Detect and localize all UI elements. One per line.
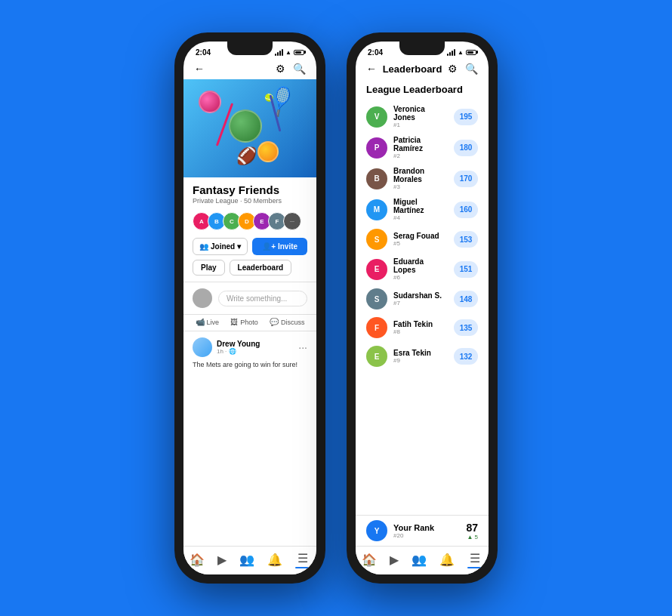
home-icon-2: 🏠 xyxy=(362,553,377,567)
post-options[interactable]: ··· xyxy=(298,341,307,353)
your-rank-score: 87 xyxy=(466,522,478,534)
avatar-more: ··· xyxy=(283,212,301,230)
hero-image: 🎾 🏈 xyxy=(183,79,316,177)
group-name: Fantasy Friends xyxy=(193,183,307,196)
write-input[interactable]: Write something... xyxy=(218,291,307,306)
leaderboard-list: V Veronica Jones #1 195 P Patricia Ramír… xyxy=(356,101,489,515)
league-title: League Leaderboard xyxy=(356,79,489,101)
your-rank-avatar: Y xyxy=(366,520,387,541)
lb-name-4: Miguel Martínez xyxy=(393,198,448,214)
back-icon-2[interactable]: ← xyxy=(366,63,377,75)
nav-icons-2: ⚙ 🔍 xyxy=(448,63,478,75)
nav-menu-2[interactable]: ☰ xyxy=(467,551,482,568)
nav-bell-2[interactable]: 🔔 xyxy=(439,553,455,567)
play-button[interactable]: Play xyxy=(193,260,225,276)
lb-rank-4: #4 xyxy=(393,214,448,221)
nav-menu-1[interactable]: ☰ xyxy=(295,551,310,568)
live-icon: 📹 xyxy=(196,318,205,326)
lb-info-5: Serag Fouad #5 xyxy=(393,232,448,247)
bottom-nav-2: 🏠 ▶ 👥 🔔 ☰ xyxy=(356,546,489,574)
lb-info-1: Veronica Jones #1 xyxy=(393,105,448,128)
time-1: 2:04 xyxy=(196,48,211,57)
status-icons-1: ▲ xyxy=(275,49,304,56)
discuss-button[interactable]: 💬 Discuss xyxy=(270,318,305,326)
nav-video-2[interactable]: ▶ xyxy=(390,553,399,567)
lb-rank-5: #5 xyxy=(393,240,448,247)
lb-info-9: Esra Tekin #9 xyxy=(393,349,448,364)
lb-avatar-9: E xyxy=(366,346,387,367)
lb-score-5: 153 xyxy=(454,231,478,248)
lb-avatar-2: P xyxy=(366,137,387,159)
nav-groups-2[interactable]: 👥 xyxy=(412,553,427,567)
lb-score-8: 135 xyxy=(454,319,478,336)
post-user-info: Drew Young 1h · 🌐 xyxy=(217,340,260,355)
signal-icon-2 xyxy=(447,49,455,56)
bell-icon-1: 🔔 xyxy=(267,553,282,567)
sport-ball-pink xyxy=(199,91,221,113)
lb-name-7: Sudarshan S. xyxy=(393,291,448,300)
lb-row-7: S Sudarshan S. #7 148 xyxy=(356,285,489,313)
bottom-nav-1: 🏠 ▶ 👥 🔔 ☰ xyxy=(183,546,316,574)
settings-icon-1[interactable]: ⚙ xyxy=(276,63,285,75)
post-time: 1h · 🌐 xyxy=(217,348,260,355)
lb-name-6: Eduarda Lopes xyxy=(393,257,448,274)
post-user: Drew Young 1h · 🌐 xyxy=(193,337,260,357)
notch xyxy=(227,42,273,55)
divider-2 xyxy=(183,314,316,315)
groups-icon-2: 👥 xyxy=(412,553,427,567)
joined-button[interactable]: 👥 Joined ▾ xyxy=(193,238,248,255)
nav-video-1[interactable]: ▶ xyxy=(217,553,227,567)
nav-bell-1[interactable]: 🔔 xyxy=(267,553,282,567)
your-rank-change: ▲ 5 xyxy=(466,534,478,541)
nav-title-2: Leaderboard xyxy=(383,63,442,75)
invite-button[interactable]: 👤+ Invite xyxy=(252,238,307,255)
lb-row-3: B Brandon Morales #3 170 xyxy=(356,163,489,194)
divider-3 xyxy=(183,331,316,331)
battery-icon-2 xyxy=(466,50,476,55)
post-text: The Mets are going to win for sure! xyxy=(193,360,307,370)
search-icon-2[interactable]: 🔍 xyxy=(465,63,478,75)
write-area: Write something... xyxy=(183,284,316,313)
lb-row-8: F Fatih Tekin #8 135 xyxy=(356,313,489,342)
lb-rank-3: #3 xyxy=(393,183,448,190)
screen-content-1: 🎾 🏈 Fantasy Friends Private League · 50 … xyxy=(183,79,316,546)
home-icon-1: 🏠 xyxy=(190,553,205,567)
video-icon-1: ▶ xyxy=(217,553,227,567)
nav-bar-2: ← Leaderboard ⚙ 🔍 xyxy=(356,60,489,79)
nav-home-2[interactable]: 🏠 xyxy=(362,553,377,567)
nav-home-1[interactable]: 🏠 xyxy=(190,553,205,567)
settings-icon-2[interactable]: ⚙ xyxy=(448,63,458,75)
post-1: Drew Young 1h · 🌐 ··· The Mets are going… xyxy=(183,333,316,374)
invite-icon: 👤+ xyxy=(262,242,276,251)
sport-ball-green xyxy=(229,109,262,143)
tennis-racket: 🎾 xyxy=(262,81,302,119)
lb-info-4: Miguel Martínez #4 xyxy=(393,198,448,221)
back-icon-1[interactable]: ← xyxy=(194,63,205,75)
lb-name-3: Brandon Morales xyxy=(393,167,448,183)
your-rank-label: Your Rank xyxy=(393,523,460,532)
divider-1 xyxy=(183,282,316,282)
media-buttons: 📹 Live 🖼 Photo 💬 Discuss xyxy=(183,316,316,329)
search-icon-1[interactable]: 🔍 xyxy=(293,63,306,75)
lb-score-2: 180 xyxy=(454,140,478,156)
photo-button[interactable]: 🖼 Photo xyxy=(230,318,258,326)
lb-rank-9: #9 xyxy=(393,357,448,364)
discuss-label: Discuss xyxy=(281,319,305,326)
hero-sports-graphic: 🎾 🏈 xyxy=(183,79,316,177)
lb-name-9: Esra Tekin xyxy=(393,349,448,357)
video-icon-2: ▶ xyxy=(390,553,399,567)
lb-avatar-6: E xyxy=(366,259,387,280)
lb-info-8: Fatih Tekin #8 xyxy=(393,320,448,335)
lb-score-4: 160 xyxy=(454,202,478,218)
lb-rank-6: #6 xyxy=(393,274,448,281)
nav-groups-1[interactable]: 👥 xyxy=(239,553,254,567)
lb-avatar-7: S xyxy=(366,288,387,310)
leaderboard-button[interactable]: Leaderboard xyxy=(230,260,292,276)
helmet: 🏈 xyxy=(236,146,260,166)
live-button[interactable]: 📹 Live xyxy=(196,318,220,326)
your-rank-number: #20 xyxy=(393,532,460,539)
lb-avatar-1: V xyxy=(366,106,387,128)
lb-avatar-4: M xyxy=(366,199,387,220)
invite-label: Invite xyxy=(278,242,297,251)
wifi-icon: ▲ xyxy=(285,49,291,56)
